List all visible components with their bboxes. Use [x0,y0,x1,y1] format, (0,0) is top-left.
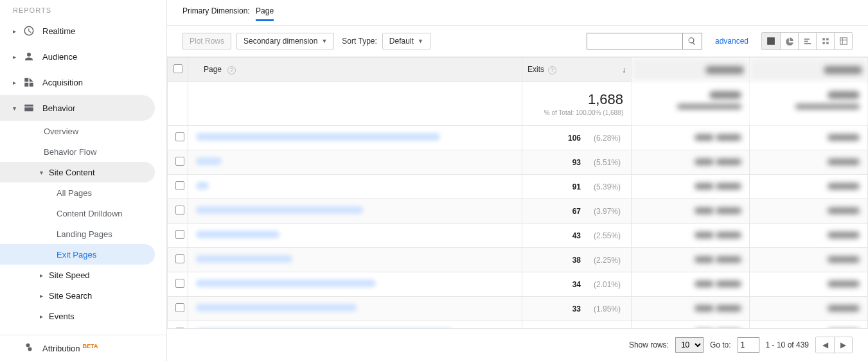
view-pie-icon[interactable] [780,33,798,49]
row-checkbox[interactable] [175,230,184,239]
view-pivot-icon[interactable] [834,33,852,49]
sidebar: REPORTS ▸ Realtime ▸ Audience ▸ [0,0,167,361]
nav-label: Audience [42,52,77,62]
column-header-page[interactable]: Page ? [188,58,522,82]
exits-cell: 33(1.95%) [522,297,632,321]
nav-behavior-overview[interactable]: Overview [0,121,155,141]
nav-content-drilldown[interactable]: Content Drilldown [0,203,155,224]
page-cell[interactable] [188,297,522,321]
data-table: Page ? Exits? ↓ [167,57,868,328]
nav-label: Exit Pages [57,250,96,260]
primary-dimension-bar: Primary Dimension: Page [167,0,868,26]
row-checkbox[interactable] [175,279,184,288]
secondary-dimension-dropdown[interactable]: Secondary dimension▼ [236,33,334,49]
exits-cell: 93(5.51%) [522,150,632,175]
nav-site-search[interactable]: ▸Site Search [0,285,155,306]
show-rows-select[interactable]: 10 [675,337,704,353]
column-header-exits[interactable]: Exits? ↓ [522,58,632,82]
goto-input[interactable] [738,337,759,353]
search-icon [687,37,696,46]
column-header-blurred [632,58,750,82]
row-checkbox[interactable] [175,254,184,263]
page-cell[interactable] [188,175,522,199]
nav-realtime[interactable]: ▸ Realtime [0,18,155,44]
blurred-cell [632,175,750,199]
primary-dimension-value[interactable]: Page [256,6,274,21]
chevron-down-icon: ▼ [418,38,423,44]
nav-label: Site Speed [49,270,90,280]
table-row: 29(1.72%) [168,321,868,329]
blurred-cell [632,297,750,321]
nav-audience[interactable]: ▸ Audience [0,44,155,69]
nav-site-speed[interactable]: ▸Site Speed [0,265,155,285]
nav-label: Overview [44,127,78,136]
search-input[interactable] [587,33,683,49]
nav-label: Acquisition [42,78,83,87]
page-cell[interactable] [188,199,522,224]
nav-label: AttributionBETA [42,343,98,353]
help-icon[interactable]: ? [227,66,236,75]
blurred-text [196,255,292,263]
page-cell[interactable] [188,321,522,329]
sort-type-label: Sort Type: [342,37,376,46]
nav-behavior-flow[interactable]: Behavior Flow [0,141,155,162]
blurred-cell [750,199,868,224]
exits-cell: 106(6.28%) [522,126,632,150]
sort-type-dropdown[interactable]: Default▼ [382,33,430,49]
chevron-down-icon: ▾ [9,105,19,112]
nav-attribution[interactable]: AttributionBETA [0,335,155,361]
select-all-header[interactable] [168,58,188,82]
chevron-right-icon: ▸ [36,313,46,320]
row-checkbox[interactable] [175,157,184,166]
view-comparison-icon[interactable] [816,33,834,49]
nav-label: Events [49,312,75,321]
nav-events[interactable]: ▸Events [0,306,155,326]
table-row: 33(1.95%) [168,297,868,321]
search-button[interactable] [683,33,702,49]
nav-label: Realtime [42,26,75,36]
nav-site-content[interactable]: ▾ Site Content [0,162,155,182]
blurred-cell [632,150,750,175]
nav-all-pages[interactable]: All Pages [0,182,155,203]
page-cell[interactable] [188,150,522,175]
nav-label: All Pages [57,188,92,198]
behavior-icon [23,102,35,114]
checkbox-icon[interactable] [173,64,182,73]
page-cell[interactable] [188,126,522,150]
table-row: 34(2.01%) [168,272,868,297]
nav-exit-pages[interactable]: Exit Pages [0,244,155,265]
nav-landing-pages[interactable]: Landing Pages [0,224,155,244]
exits-cell: 34(2.01%) [522,272,632,297]
table-row: 91(5.39%) [168,175,868,199]
show-rows-label: Show rows: [629,340,669,349]
next-page-button[interactable]: ▶ [834,337,852,353]
view-bar-icon[interactable] [798,33,816,49]
blurred-cell [632,199,750,224]
nav-label: Behavior [42,103,75,113]
table-row: 38(2.25%) [168,248,868,272]
view-data-table-icon[interactable] [762,33,780,49]
blurred-cell [750,272,868,297]
help-icon[interactable]: ? [548,66,556,75]
exits-cell: 67(3.97%) [522,199,632,224]
row-checkbox[interactable] [175,303,184,312]
row-checkbox[interactable] [175,181,184,190]
nav-label: Site Search [49,291,92,301]
page-cell[interactable] [188,224,522,248]
prev-page-button[interactable]: ◀ [816,337,834,353]
advanced-link[interactable]: advanced [715,37,748,46]
page-cell[interactable] [188,272,522,297]
nav-behavior[interactable]: ▾ Behavior [0,95,155,121]
blurred-text [196,231,279,238]
page-cell[interactable] [188,248,522,272]
summary-exits: 1,688 % of Total: 100.00% (1,688) [522,82,632,126]
main-content: Primary Dimension: Page Plot Rows Second… [167,0,868,361]
blurred-cell [632,272,750,297]
blurred-cell [750,150,868,175]
chevron-down-icon: ▾ [36,169,46,176]
row-checkbox[interactable] [175,206,184,215]
blurred-cell [632,248,750,272]
row-checkbox[interactable] [175,132,184,141]
table-row: 43(2.55%) [168,224,868,248]
nav-acquisition[interactable]: ▸ Acquisition [0,69,155,95]
